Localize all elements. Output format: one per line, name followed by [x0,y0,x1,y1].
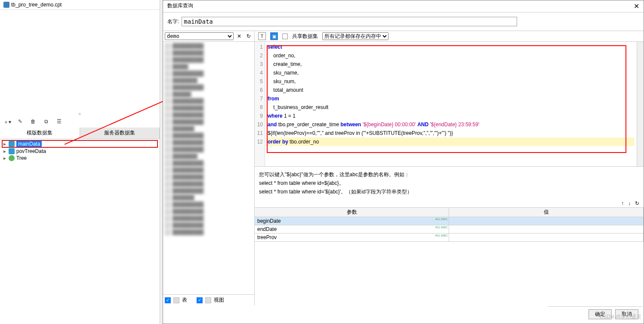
param-row-beginDate[interactable]: beginDateAU ABC [255,217,644,225]
database-icon [9,141,15,147]
param-col-name: 参数 [255,208,449,217]
refresh-icon[interactable]: ↻ [245,33,253,39]
tree-item-povTreeData[interactable]: ▸ povTreeData [2,148,158,155]
db-table-tree[interactable]: ██████████ ██████████ ██████████ █████ █… [163,42,254,294]
close-icon[interactable]: ✕ [634,2,639,10]
db-query-dialog: 数据库查询 ✕ 名字: demo ✕ ↻ ██████████ ████████… [163,0,644,324]
file-tab[interactable]: tb_pro_tree_demo.cpt [0,0,160,10]
sql-code[interactable]: select order_no, create_time, sku_name, … [265,42,637,166]
param-col-value: 值 [449,208,644,217]
tab-template-dataset[interactable]: 模版数据集 [0,128,80,139]
db-filter-footer: ✓ 表 ✓ 视图 [163,294,254,305]
db-column: demo ✕ ↻ ██████████ ██████████ █████████… [163,31,255,305]
project-panel: tb_pro_tree_demo.cpt ≡ ＋▾ ✎ 🗑 ⧉ ☰ 模版数据集 … [0,0,160,324]
expand-icon[interactable]: ▸ [3,155,7,161]
edit-icon[interactable]: ✎ [16,118,24,126]
tab-server-dataset[interactable]: 服务器数据集 [80,128,160,139]
name-row: 名字: [163,12,644,31]
view-icon [205,297,211,303]
sql-toolbar: T ▣ 共享数据集 所有记录都保存在内存中 [255,31,644,42]
delete-icon[interactable]: 🗑 [29,118,37,126]
blank-area [0,10,160,113]
param-grid: 参数 值 beginDateAU ABC endDateAU ABC treeP… [255,207,644,242]
paste-icon[interactable]: ☰ [55,118,63,126]
refresh-params-icon[interactable]: ↻ [635,200,639,206]
text-tool-icon[interactable]: T [258,32,266,40]
record-mode-select[interactable]: 所有记录都保存在内存中 [322,32,388,40]
param-row-treeProv[interactable]: treeProvAU ABC [255,234,644,242]
preview-icon[interactable]: ▣ [270,32,278,40]
dataset-tree: ▸ mainData ▸ povTreeData ▸ Tree [0,139,160,162]
move-up-icon[interactable]: ↑ [621,200,624,206]
dialog-title: 数据库查询 [167,2,193,10]
file-name: tb_pro_tree_demo.cpt [11,2,62,8]
cancel-button[interactable]: 取消 [615,309,638,319]
table-icon [173,297,179,303]
expand-icon[interactable]: ▸ [3,141,7,147]
copy-icon[interactable]: ⧉ [42,118,50,126]
drag-handle[interactable]: ≡ [0,113,160,117]
move-down-icon[interactable]: ↓ [628,200,631,206]
database-icon [9,148,15,154]
file-icon [3,2,9,8]
config-icon[interactable]: ✕ [235,33,243,39]
add-icon[interactable]: ＋▾ [3,118,11,126]
tree-item-Tree[interactable]: ▸ Tree [2,155,158,162]
ok-button[interactable]: 确定 [589,309,612,319]
tree-icon [9,155,15,161]
name-label: 名字: [167,18,179,25]
dialog-footer: 确定 取消 [548,306,643,322]
expand-icon[interactable]: ▸ [3,148,7,154]
name-input[interactable] [182,17,517,26]
table-checkbox[interactable]: ✓ [165,297,171,303]
sql-hint: 您可以键入"${abc}"做为一个参数，这里abc是参数的名称。例如： sele… [255,167,644,199]
tree-item-mainData[interactable]: ▸ mainData [2,140,158,148]
dialog-titlebar: 数据库查询 ✕ [163,0,644,12]
dataset-toolbar: ＋▾ ✎ 🗑 ⧉ ☰ [0,117,160,128]
connection-select[interactable]: demo [165,32,234,40]
scrollbar-vertical[interactable] [637,42,644,166]
share-label: 共享数据集 [292,33,318,40]
line-gutter: 123456789101112 [255,42,265,166]
param-tools: ↑ ↓ ↻ [255,199,644,207]
param-row-endDate[interactable]: endDateAU ABC [255,225,644,234]
share-checkbox[interactable] [282,34,288,39]
view-checkbox[interactable]: ✓ [197,297,203,303]
sql-main-column: T ▣ 共享数据集 所有记录都保存在内存中 123456789101112 se… [255,31,644,305]
sql-editor[interactable]: 123456789101112 select order_no, create_… [255,42,644,167]
dataset-tabs: 模版数据集 服务器数据集 [0,128,160,139]
